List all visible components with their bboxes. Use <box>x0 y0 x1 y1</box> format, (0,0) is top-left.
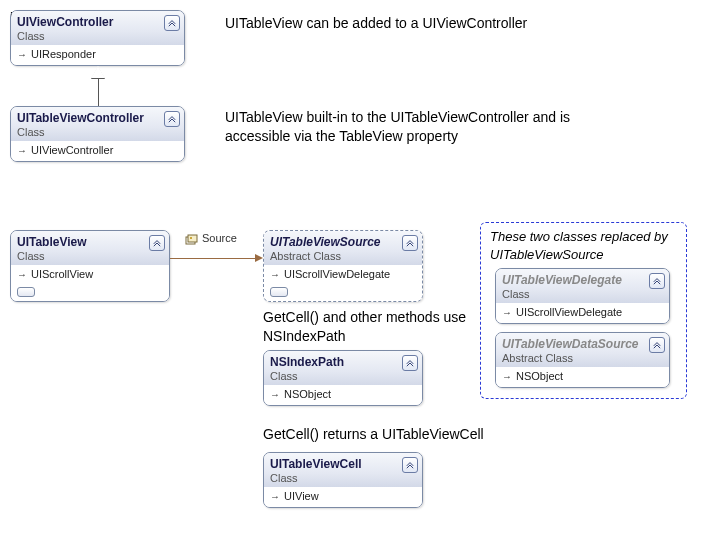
class-stereotype: Class <box>270 370 416 382</box>
class-uiviewcontroller: UIViewController Class → UIResponder <box>10 10 185 66</box>
property-icon <box>185 234 199 246</box>
class-stereotype: Class <box>502 288 663 300</box>
class-uitableviewdatasource: UITableViewDataSource Abstract Class → N… <box>495 332 670 388</box>
expand-icon[interactable] <box>149 235 165 251</box>
class-stereotype: Class <box>17 250 163 262</box>
expand-icon[interactable] <box>402 355 418 371</box>
expand-icon[interactable] <box>402 235 418 251</box>
class-uitableview: UITableView Class → UIScrollView <box>10 230 170 302</box>
class-name: UIViewController <box>17 15 178 29</box>
class-nsindexpath: NSIndexPath Class → NSObject <box>263 350 423 406</box>
annotation-nsindexpath: GetCell() and other methods use NSIndexP… <box>263 308 483 346</box>
class-name: UITableViewDataSource <box>502 337 663 351</box>
class-uitableviewcontroller: UITableViewController Class → UIViewCont… <box>10 106 185 162</box>
class-name: UITableViewDelegate <box>502 273 663 287</box>
inherits-arrow-icon: → <box>270 269 280 280</box>
class-uitableviewcell: UITableViewCell Class → UIView <box>263 452 423 508</box>
expand-icon[interactable] <box>402 457 418 473</box>
svg-rect-2 <box>190 237 192 239</box>
class-name: NSIndexPath <box>270 355 416 369</box>
inherits-arrow-icon: → <box>270 389 280 400</box>
inherits-arrow-icon: → <box>17 49 27 60</box>
class-stereotype: Abstract Class <box>270 250 416 262</box>
inherits-name: UIScrollViewDelegate <box>284 268 390 280</box>
inherits-name: UIView <box>284 490 319 502</box>
inherits-name: UIScrollView <box>31 268 93 280</box>
class-stereotype: Abstract Class <box>502 352 663 364</box>
expand-icon[interactable] <box>649 273 665 289</box>
inherits-name: UIViewController <box>31 144 113 156</box>
annotation-uitableviewcell: GetCell() returns a UITableViewCell <box>263 425 543 444</box>
inherits-arrow-icon: → <box>502 307 512 318</box>
annotation-uiviewcontroller: UITableView can be added to a UIViewCont… <box>225 14 625 33</box>
inherits-name: NSObject <box>284 388 331 400</box>
inherits-arrow-icon: → <box>502 371 512 382</box>
expand-icon[interactable] <box>649 337 665 353</box>
class-name: UITableViewController <box>17 111 178 125</box>
inherits-name: UIScrollViewDelegate <box>516 306 622 318</box>
svg-rect-1 <box>188 235 197 242</box>
class-name: UITableViewCell <box>270 457 416 471</box>
inherits-arrow-icon: → <box>17 269 27 280</box>
inherits-name: NSObject <box>516 370 563 382</box>
inherits-name: UIResponder <box>31 48 96 60</box>
lollipop-icon <box>17 287 35 297</box>
class-name: UITableViewSource <box>270 235 416 249</box>
lollipop-icon <box>270 287 288 297</box>
class-stereotype: Class <box>270 472 416 484</box>
association-arrowhead-icon <box>255 254 263 262</box>
association-line <box>170 258 255 259</box>
annotation-replaced-note: These two classes replaced by UITableVie… <box>490 228 680 263</box>
inherits-arrow-icon: → <box>270 491 280 502</box>
class-stereotype: Class <box>17 126 178 138</box>
inheritance-arrowhead-icon <box>91 66 105 78</box>
class-uitableviewdelegate: UITableViewDelegate Class → UIScrollView… <box>495 268 670 324</box>
inheritance-line <box>98 78 99 106</box>
association-label: Source <box>202 232 237 244</box>
annotation-uitableviewcontroller: UITableView built-in to the UITableViewC… <box>225 108 585 146</box>
expand-icon[interactable] <box>164 15 180 31</box>
class-uitableviewsource: UITableViewSource Abstract Class → UIScr… <box>263 230 423 302</box>
inherits-arrow-icon: → <box>17 145 27 156</box>
class-name: UITableView <box>17 235 163 249</box>
class-stereotype: Class <box>17 30 178 42</box>
expand-icon[interactable] <box>164 111 180 127</box>
